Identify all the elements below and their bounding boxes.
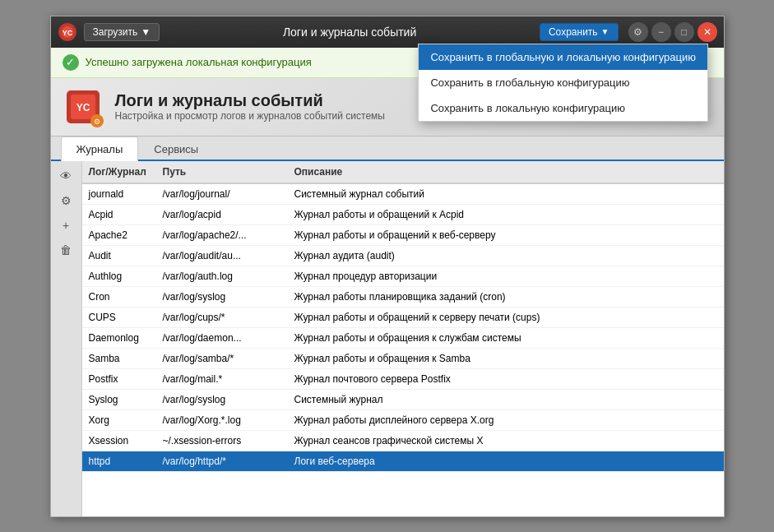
header-logo-icon: YC ⚙: [63, 86, 104, 127]
cell-name: httpd: [82, 451, 156, 471]
cell-name: Audit: [82, 245, 156, 266]
cell-name: Samba: [82, 348, 156, 368]
minimize-button[interactable]: −: [651, 22, 671, 42]
col-header-desc: Описание: [288, 161, 724, 183]
journals-table: Лог/Журнал Путь Описание journald/var/lo…: [82, 161, 724, 472]
save-label: Сохранить: [549, 26, 598, 38]
window-controls: ⚙ − □ ✕: [628, 22, 717, 42]
cell-path: /var/log/acpid: [156, 204, 288, 224]
titlebar: YC Загрузить ▼ Логи и журналы событий Со…: [51, 16, 724, 48]
cell-desc: Журнал сеансов графической системы X: [288, 430, 724, 451]
cell-desc: Журнал работы и обращения к Samba: [288, 348, 724, 368]
journals-table-container: Лог/Журнал Путь Описание journald/var/lo…: [82, 161, 724, 516]
cell-desc: Журнал работы и обращений к Acpid: [288, 204, 724, 224]
cell-name: Apache2: [82, 224, 156, 245]
maximize-button[interactable]: □: [674, 22, 694, 42]
load-button[interactable]: Загрузить ▼: [84, 23, 160, 41]
header-title: Логи и журналы событий: [115, 91, 385, 110]
cell-desc: Журнал аудита (audit): [288, 245, 724, 266]
save-button[interactable]: Сохранить ▼: [540, 23, 619, 41]
cell-desc: Журнал работы и обращений к веб-серверу: [288, 224, 724, 245]
col-header-path: Путь: [156, 161, 288, 183]
header-subtitle: Настройка и просмотр логов и журналов со…: [115, 110, 385, 122]
cell-path: /var/log/Xorg.*.log: [156, 409, 288, 430]
table-row[interactable]: Syslog/var/log/syslogСистемный журнал: [82, 389, 724, 409]
cell-path: /var/log/syslog: [156, 286, 288, 307]
table-row[interactable]: Xorg/var/log/Xorg.*.logЖурнал работы дис…: [82, 409, 724, 430]
sidebar-toolbar: 👁 ⚙ + 🗑: [51, 161, 82, 516]
svg-text:YC: YC: [62, 29, 72, 37]
table-row[interactable]: journald/var/log/journal/Системный журна…: [82, 183, 724, 205]
success-icon: ✓: [63, 54, 79, 71]
table-row[interactable]: Xsession~/.xsession-errorsЖурнал сеансов…: [82, 430, 724, 451]
svg-text:⚙: ⚙: [94, 118, 100, 126]
cell-desc: Журнал работы и обращений к серверу печа…: [288, 307, 724, 327]
tab-services[interactable]: Сервисы: [138, 136, 214, 161]
cell-name: Authlog: [82, 266, 156, 286]
table-row[interactable]: Postfix/var/log/mail.*Журнал почтового с…: [82, 368, 724, 389]
load-label: Загрузить: [93, 26, 138, 38]
cell-desc: Журнал работы планировщика заданий (cron…: [288, 286, 724, 307]
settings-item-button[interactable]: ⚙: [54, 189, 77, 212]
save-dropdown-menu: Сохранить в глобальную и локальную конфи…: [418, 44, 708, 122]
table-row[interactable]: Daemonlog/var/log/daemon...Журнал работы…: [82, 327, 724, 348]
cell-desc: Журнал почтового сервера Postfix: [288, 368, 724, 389]
cell-name: Xsession: [82, 430, 156, 451]
cell-name: Cron: [82, 286, 156, 307]
cell-name: Daemonlog: [82, 327, 156, 348]
cell-name: Postfix: [82, 368, 156, 389]
col-header-name: Лог/Журнал: [82, 161, 156, 183]
dropdown-arrow-icon: ▼: [141, 26, 151, 38]
cell-path: /var/log/auth.log: [156, 266, 288, 286]
window-title: Логи и журналы событий: [166, 25, 533, 39]
table-row[interactable]: CUPS/var/log/cups/*Журнал работы и обращ…: [82, 307, 724, 327]
add-button[interactable]: +: [54, 214, 77, 237]
table-body: journald/var/log/journal/Системный журна…: [82, 183, 724, 472]
main-content: 👁 ⚙ + 🗑 Лог/Журнал Путь Описание: [51, 161, 724, 516]
tab-bar: Журналы Сервисы: [51, 136, 724, 161]
table-row[interactable]: Cron/var/log/syslogЖурнал работы планиро…: [82, 286, 724, 307]
cell-name: Syslog: [82, 389, 156, 409]
cell-path: ~/.xsession-errors: [156, 430, 288, 451]
cell-path: /var/log/audit/au...: [156, 245, 288, 266]
table-row[interactable]: Authlog/var/log/auth.logЖурнал процедур …: [82, 266, 724, 286]
cell-path: /var/log/journal/: [156, 183, 288, 205]
table-row[interactable]: Acpid/var/log/acpidЖурнал работы и обращ…: [82, 204, 724, 224]
table-row[interactable]: Audit/var/log/audit/au...Журнал аудита (…: [82, 245, 724, 266]
cell-desc: Системный журнал: [288, 389, 724, 409]
cell-path: /var/log/samba/*: [156, 348, 288, 368]
cell-desc: Системный журнал событий: [288, 183, 724, 205]
cell-name: CUPS: [82, 307, 156, 327]
save-local-option[interactable]: Сохранить в локальную конфигурацию: [419, 95, 707, 121]
cell-path: /var/log/mail.*: [156, 368, 288, 389]
cell-path: /var/log/httpd/*: [156, 451, 288, 471]
tab-journals[interactable]: Журналы: [61, 136, 139, 161]
save-global-local-option[interactable]: Сохранить в глобальную и локальную конфи…: [419, 44, 707, 70]
cell-name: Acpid: [82, 204, 156, 224]
close-button[interactable]: ✕: [698, 22, 717, 42]
table-row[interactable]: Samba/var/log/samba/*Журнал работы и обр…: [82, 348, 724, 368]
save-global-option[interactable]: Сохранить в глобальную конфигурацию: [419, 70, 707, 95]
delete-button[interactable]: 🗑: [54, 238, 77, 261]
cell-desc: Журнал работы и обращения к службам сист…: [288, 327, 724, 348]
cell-path: /var/log/daemon...: [156, 327, 288, 348]
view-button[interactable]: 👁: [54, 164, 77, 187]
header-text: Логи и журналы событий Настройка и просм…: [115, 91, 385, 122]
cell-name: journald: [82, 183, 156, 205]
cell-name: Xorg: [82, 409, 156, 430]
cell-path: /var/log/apache2/...: [156, 224, 288, 245]
save-dropdown-arrow-icon: ▼: [601, 27, 609, 36]
cell-desc: Журнал процедур авторизации: [288, 266, 724, 286]
cell-path: /var/log/syslog: [156, 389, 288, 409]
cell-path: /var/log/cups/*: [156, 307, 288, 327]
table-header: Лог/Журнал Путь Описание: [82, 161, 724, 183]
settings-button[interactable]: ⚙: [628, 22, 648, 42]
success-text: Успешно загружена локальная конфигурация: [86, 56, 312, 68]
app-logo-icon: YC: [58, 22, 77, 42]
table-row[interactable]: httpd/var/log/httpd/*Логи веб-сервера: [82, 451, 724, 471]
cell-desc: Журнал работы дисплейного сервера X.org: [288, 409, 724, 430]
cell-desc: Логи веб-сервера: [288, 451, 724, 471]
svg-text:YC: YC: [76, 102, 90, 113]
table-row[interactable]: Apache2/var/log/apache2/...Журнал работы…: [82, 224, 724, 245]
